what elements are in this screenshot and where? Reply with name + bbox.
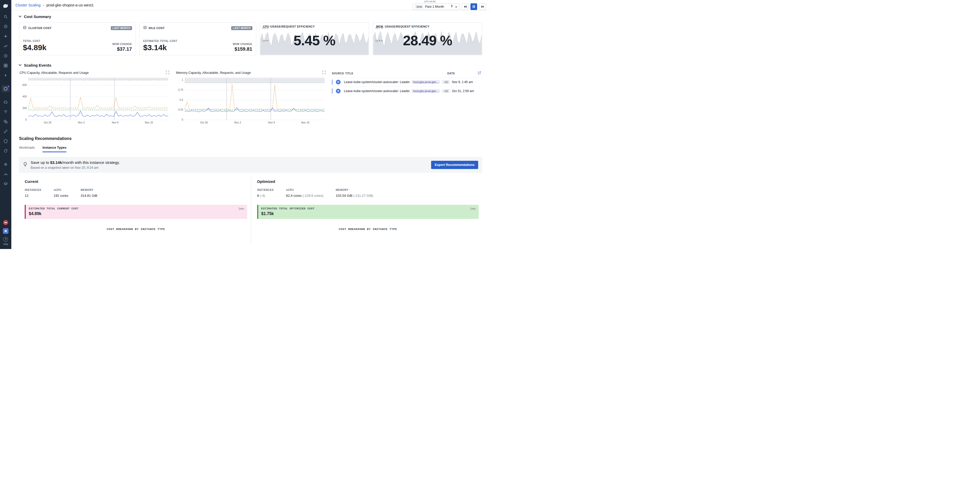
stat-instances: INSTANCES12	[25, 188, 41, 197]
svg-text:Oct 26: Oct 26	[200, 121, 208, 124]
cloud-icon[interactable]	[2, 99, 10, 105]
idle-cost-card: IDLE COST LAST MONTH ESTIMATED TOTAL COS…	[139, 22, 256, 55]
logs-filter-icon[interactable]	[2, 108, 10, 115]
events-table: SOURCE TITLE DATE Lease kube-system/clus…	[332, 70, 482, 124]
optimized-cost-value: $1.75k	[261, 212, 476, 216]
breadcrumb-parent-link[interactable]: Cluster Scaling	[16, 3, 41, 7]
stat-delta: (-4)	[259, 194, 265, 197]
integrations-link-icon[interactable]	[2, 128, 10, 135]
time-skip-back-button[interactable]	[462, 3, 468, 10]
cpu-capacity-chart[interactable]: 0200400600Oct 26Nov 2Nov 9Nov 16	[19, 76, 170, 124]
stat-memory: MEMORY314.81 GiB	[81, 188, 97, 197]
security-shield-icon[interactable]	[2, 138, 10, 145]
change-value: $37.17	[112, 46, 132, 52]
expand-icon[interactable]	[322, 70, 326, 75]
change-value: $159.81	[233, 46, 252, 52]
cluster-cost-icon	[23, 26, 27, 30]
lightbulb-icon	[23, 162, 27, 168]
svg-text:Nov 16: Nov 16	[301, 121, 309, 124]
cost-period-badge: 1mo	[239, 207, 244, 210]
event-date: Oct 31, 2:59 am	[452, 89, 482, 93]
event-row[interactable]: Lease kube-system/cluster-autoscaler: Le…	[332, 86, 482, 95]
mem-chart-panel: Memory Capacity, Allocatable, Requests, …	[175, 70, 327, 124]
search-icon[interactable]	[2, 13, 10, 20]
stat-instances: INSTANCES8 (-4)	[257, 188, 274, 197]
history-icon[interactable]	[2, 23, 10, 30]
optimized-stats: INSTANCES8 (-4)vCPU62.4 cores (-129.6 co…	[257, 188, 479, 197]
kubernetes-icon	[335, 80, 342, 84]
svg-text:0.75: 0.75	[178, 89, 183, 91]
column-header-source: SOURCE	[332, 72, 345, 75]
metric-value: $3.14k	[143, 43, 178, 52]
host-tag[interactable]: host:gke-prod-gke...	[412, 80, 440, 84]
cost-period-badge: 1mo	[470, 207, 476, 210]
sidebar-nav	[2, 13, 10, 187]
metrics-icon[interactable]	[2, 43, 10, 49]
event-accent-bar	[332, 89, 332, 94]
monitors-gauge-icon[interactable]	[2, 171, 10, 178]
time-preset-tag: 1mo	[415, 5, 423, 8]
svg-text:Nov 16: Nov 16	[145, 121, 153, 124]
serverless-lightning-icon[interactable]	[2, 72, 10, 79]
pause-button[interactable]	[471, 3, 477, 10]
export-recommendations-button[interactable]: Export Recommendations	[431, 161, 478, 169]
watchdog-sparkle-icon[interactable]	[2, 33, 10, 40]
current-cost-panel: ESTIMATED TOTAL CURRENT COST 1mo $4.89k	[25, 205, 247, 219]
external-link-icon[interactable]	[478, 71, 482, 75]
current-cost-value: $4.89k	[29, 212, 244, 216]
apm-target-icon[interactable]	[2, 53, 10, 59]
top-header: Cluster Scaling › prod-gke-shopist-a-us-…	[11, 0, 490, 10]
change-label: MOM CHANGE	[112, 43, 132, 46]
scaling-events-section: Scaling Events CPU Capacity, Allocatable…	[19, 63, 482, 124]
help-button[interactable]: ? Help	[3, 237, 8, 245]
cost-label: ESTIMATED TOTAL OPTIMIZED COST	[261, 207, 315, 210]
current-column: Current INSTANCES12vCPU192 coresMEMORY31…	[19, 177, 251, 243]
layers-stack-icon[interactable]	[2, 181, 10, 187]
collapse-chevron-icon[interactable]	[19, 14, 21, 17]
svg-text:0.5: 0.5	[180, 99, 183, 101]
ci-sync-icon[interactable]	[2, 148, 10, 154]
tab-instance-types[interactable]: Instance Types	[43, 146, 66, 152]
last-month-badge: LAST MONTH	[111, 26, 132, 30]
apps-windows-icon[interactable]	[2, 118, 10, 125]
time-range-selector[interactable]: 1mo Past 1 Month	[413, 3, 460, 10]
time-controls: UTC-04:00 1mo Past 1 Month	[413, 0, 486, 10]
cpu-efficiency-card: CPU USAGE/REQUEST EFFICIENCY 6.5 % 3.8 %…	[260, 22, 369, 55]
svg-text:1: 1	[181, 78, 183, 81]
stat-memory: MEMORY103.54 GiB (-211.27 GiB)	[336, 188, 373, 197]
more-tags-badge[interactable]: +50	[442, 89, 450, 93]
svg-text:Nov 9: Nov 9	[268, 121, 275, 124]
datadog-logo[interactable]	[0, 0, 11, 12]
pin-icon[interactable]	[450, 4, 453, 9]
sidebar-bottom: ? Help	[3, 220, 8, 247]
expand-icon[interactable]	[166, 70, 169, 75]
tab-workloads[interactable]: Workloads	[19, 146, 35, 152]
event-title: Lease kube-system/cluster-autoscaler: Le…	[344, 80, 409, 84]
help-icon: ?	[3, 237, 8, 242]
containers-icon[interactable]	[2, 62, 10, 69]
settings-gear-icon[interactable]	[2, 161, 10, 168]
current-stats: INSTANCES12vCPU192 coresMEMORY314.81 GiB	[25, 188, 247, 197]
svg-text:0.25: 0.25	[178, 108, 183, 111]
host-tag[interactable]: host:gke-prod-gke...	[412, 89, 440, 93]
breadcrumb-current: prod-gke-shopist-a-us-west1	[46, 3, 94, 7]
metric-label: TOTAL COST	[23, 40, 46, 43]
mem-capacity-chart[interactable]: 00.250.50.751Oct 26Nov 2Nov 9Nov 16	[175, 76, 327, 124]
savings-message: Save up to $3.14k/month with this instan…	[30, 160, 120, 165]
collapse-chevron-icon[interactable]	[19, 63, 21, 66]
optimized-column: Optimized INSTANCES8 (-4)vCPU62.4 cores …	[251, 177, 482, 243]
red-app-icon[interactable]	[3, 220, 8, 225]
column-header-date: DATE	[447, 72, 478, 75]
cpu-chart-panel: CPU Capacity, Allocatable, Requests and …	[19, 70, 170, 124]
svg-text:400: 400	[22, 95, 27, 98]
user-avatar[interactable]	[3, 228, 8, 234]
kubernetes-nav-icon[interactable]	[2, 85, 10, 92]
mem-efficiency-value: 28.49 %	[373, 32, 482, 48]
more-tags-badge[interactable]: +50	[442, 80, 450, 84]
event-row[interactable]: Lease kube-system/cluster-autoscaler: Le…	[332, 78, 482, 86]
card-title: CLUSTER COST	[28, 27, 51, 30]
card-title: MEM. USAGE/REQUEST EFFICIENCY	[376, 25, 429, 28]
breadcrumb-separator: ›	[43, 3, 44, 7]
metric-label: ESTIMATED TOTAL COST	[143, 40, 178, 43]
time-skip-forward-button[interactable]	[479, 3, 486, 10]
